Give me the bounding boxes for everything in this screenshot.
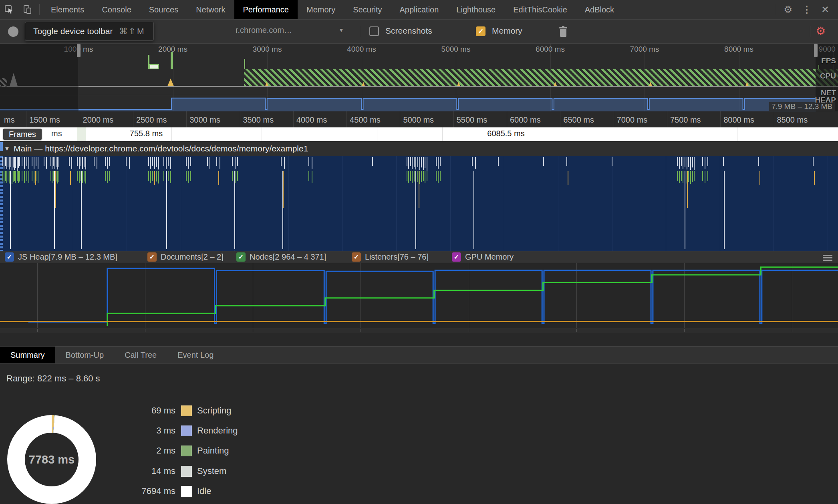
activity-line: [168, 157, 169, 166]
activity-line: [417, 157, 418, 167]
pane-splitter[interactable]: [0, 333, 838, 346]
tab-summary[interactable]: Summary: [0, 347, 55, 363]
ruler-label: 2000 ms: [83, 115, 114, 125]
inspect-element-icon[interactable]: [0, 0, 18, 19]
activity-line-green: [436, 171, 437, 181]
tab-console[interactable]: Console: [93, 0, 140, 19]
capture-settings-icon[interactable]: ⚙: [816, 24, 826, 38]
counter-toggle-listeners[interactable]: ✓Listeners[76 – 76]: [352, 252, 429, 262]
activity-line: [152, 157, 153, 166]
cpu-scripting-peak: [554, 82, 557, 86]
activity-line-green: [77, 171, 78, 181]
hamburger-menu-icon[interactable]: [823, 254, 832, 262]
main-track-title: Main — https://developer.chrome.com/devt…: [14, 144, 308, 153]
more-menu-icon[interactable]: ⋮: [797, 4, 816, 15]
counter-checkbox[interactable]: ✓: [352, 252, 361, 262]
activity-line: [28, 157, 29, 169]
selection-handle-right[interactable]: [814, 44, 818, 57]
profile-select[interactable]: r.chrome.com…: [236, 26, 356, 35]
tab-network[interactable]: Network: [187, 0, 234, 19]
tab-elements[interactable]: Elements: [42, 0, 93, 19]
tab-adblock[interactable]: AdBlock: [576, 0, 623, 19]
tab-editthiscookie[interactable]: EditThisCookie: [504, 0, 576, 19]
activity-line-green: [412, 171, 413, 183]
tab-security[interactable]: Security: [344, 0, 391, 19]
activity-line: [237, 157, 238, 166]
activity-line: [17, 157, 18, 171]
counter-checkbox[interactable]: ✓: [236, 252, 246, 262]
frames-track[interactable]: Frames ms 755.8 ms6085.5 ms: [0, 127, 838, 141]
tab-event-log[interactable]: Event Log: [167, 347, 224, 363]
activity-line-green: [14, 171, 15, 181]
record-button[interactable]: [8, 26, 18, 37]
counter-toggle-js-heap[interactable]: ✓JS Heap[7.9 MB – 12.3 MB]: [5, 252, 117, 262]
activity-line-green: [692, 171, 693, 182]
activity-line: [79, 157, 80, 169]
ruler-label: 8000 ms: [723, 115, 754, 125]
ruler-label: 3500 ms: [243, 115, 274, 125]
ruler-label: 5000 ms: [403, 115, 434, 125]
counter-label: JS Heap[7.9 MB – 12.3 MB]: [18, 252, 117, 262]
counter-label: Nodes[2 964 – 4 371]: [250, 252, 326, 262]
activity-line-green: [417, 171, 418, 182]
chevron-down-icon[interactable]: ▼: [338, 27, 344, 33]
counter-checkbox[interactable]: ✓: [5, 252, 14, 262]
counter-checkbox[interactable]: ✓: [147, 252, 157, 262]
activity-line: [498, 157, 499, 166]
activity-line-green: [677, 171, 678, 181]
activity-line: [436, 157, 437, 166]
legend-label: Scripting: [197, 405, 232, 416]
timeline-overview[interactable]: 1000 ms2000 ms3000 ms4000 ms5000 ms6000 …: [0, 43, 838, 111]
activity-line: [170, 157, 171, 169]
selection-handle-left[interactable]: [77, 44, 81, 57]
memory-counters-chart[interactable]: [0, 263, 838, 328]
tab-lighthouse[interactable]: Lighthouse: [447, 0, 504, 19]
legend-value: 7694 ms: [96, 486, 175, 496]
activity-line-green: [702, 171, 703, 181]
legend-swatch: [181, 446, 192, 456]
activity-line-green: [6, 171, 7, 183]
flame-gridline: [181, 156, 181, 251]
settings-gear-icon[interactable]: ⚙: [779, 4, 797, 15]
counter-toggle-documents[interactable]: ✓Documents[2 – 2]: [147, 252, 224, 262]
vertical-scrollbar[interactable]: [0, 156, 3, 251]
scrollbar-thumb[interactable]: [0, 142, 3, 151]
flame-gridline: [19, 156, 19, 251]
activity-line: [813, 157, 814, 166]
activity-line: [57, 157, 58, 169]
activity-line-green: [694, 171, 695, 181]
clear-recordings-icon[interactable]: [558, 25, 569, 40]
activity-line-green: [50, 171, 51, 181]
activity-line: [150, 157, 151, 169]
counter-checkbox[interactable]: ✓: [452, 252, 461, 262]
tab-performance[interactable]: Performance: [234, 0, 298, 19]
screenshots-checkbox[interactable]: [369, 26, 379, 36]
legend-value: 2 ms: [96, 446, 175, 456]
activity-line-green: [425, 171, 425, 183]
legend-row-scripting: 69 msScripting: [0, 404, 361, 417]
main-flame-chart[interactable]: [0, 156, 838, 251]
tab-bottom-up[interactable]: Bottom-Up: [55, 347, 115, 363]
tab-call-tree[interactable]: Call Tree: [114, 347, 167, 363]
disclosure-triangle-icon[interactable]: ▼: [4, 145, 10, 152]
counter-toggle-gpu-memory[interactable]: ✓GPU Memory: [452, 252, 514, 262]
ruler-tick: [346, 111, 347, 127]
activity-line-green: [8, 171, 8, 181]
tab-memory[interactable]: Memory: [298, 0, 344, 19]
activity-line: [421, 157, 422, 167]
activity-line-green: [683, 171, 683, 183]
counter-toggle-nodes[interactable]: ✓Nodes[2 964 – 4 371]: [236, 252, 326, 262]
activity-line: [683, 157, 683, 169]
close-icon[interactable]: ✕: [816, 4, 834, 15]
device-toolbar-icon[interactable]: [18, 0, 37, 19]
activity-line-green: [679, 171, 680, 183]
activity-line: [410, 157, 411, 166]
tab-sources[interactable]: Sources: [140, 0, 187, 19]
activity-line: [419, 157, 420, 170]
activity-line-green: [34, 171, 34, 183]
memory-checkbox[interactable]: ✓: [476, 26, 485, 36]
main-track-header[interactable]: ▼ Main — https://developer.chrome.com/de…: [0, 141, 838, 156]
tab-application[interactable]: Application: [391, 0, 447, 19]
activity-line: [22, 157, 22, 166]
activity-line: [94, 157, 95, 166]
